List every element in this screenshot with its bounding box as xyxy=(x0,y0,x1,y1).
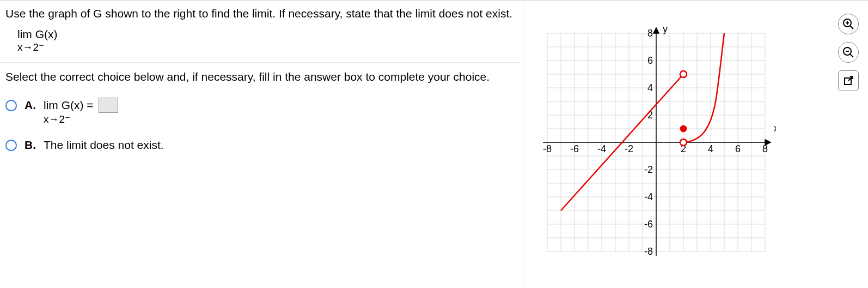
choice-a-lim-sub: x→2⁻ xyxy=(44,113,118,125)
svg-text:-6: -6 xyxy=(644,219,653,230)
limit-top: lim G(x) xyxy=(17,28,57,41)
svg-marker-35 xyxy=(653,28,659,33)
choice-a[interactable]: A. lim G(x) = x→2⁻ xyxy=(5,98,515,125)
zoom-out-icon xyxy=(842,46,854,58)
graph-svg: -8 -6 -4 -2 2 4 6 8 8 6 4 2 -2 -4 -6 -8 … xyxy=(536,22,776,262)
svg-text:8: 8 xyxy=(762,143,768,154)
zoom-out-button[interactable] xyxy=(838,42,859,63)
choice-b-text: The limit does not exist. xyxy=(44,137,164,152)
svg-line-57 xyxy=(850,54,853,57)
svg-text:-8: -8 xyxy=(543,143,552,154)
radio-b[interactable] xyxy=(5,140,17,151)
svg-text:8: 8 xyxy=(647,28,653,39)
question-text-block: Use the graph of G shown to the right to… xyxy=(0,1,520,63)
x-axis-label: x xyxy=(774,123,776,134)
question-prompt: Use the graph of G shown to the right to… xyxy=(5,7,515,20)
y-axis-label: y xyxy=(663,23,668,34)
limit-sub: x→2⁻ xyxy=(17,41,57,53)
svg-text:4: 4 xyxy=(708,143,713,154)
popout-icon xyxy=(843,75,854,86)
right-pane: -8 -6 -4 -2 2 4 6 8 8 6 4 2 -2 -4 -6 -8 … xyxy=(523,1,868,288)
axes xyxy=(543,28,771,256)
x-tick-labels: -8 -6 -4 -2 2 4 6 8 xyxy=(543,143,768,154)
answer-input-a[interactable] xyxy=(99,98,118,113)
radio-a[interactable] xyxy=(5,100,17,111)
zoom-in-icon xyxy=(842,18,854,30)
choice-b-label: B. xyxy=(25,137,36,152)
svg-text:6: 6 xyxy=(735,143,741,154)
choice-list: A. lim G(x) = x→2⁻ B. The limit does not… xyxy=(0,83,520,152)
svg-text:-6: -6 xyxy=(570,143,579,154)
question-page: Use the graph of G shown to the right to… xyxy=(0,0,868,288)
left-pane: Use the graph of G shown to the right to… xyxy=(0,1,520,164)
svg-text:-8: -8 xyxy=(644,246,653,257)
svg-text:-2: -2 xyxy=(625,143,633,154)
choice-a-content: lim G(x) = x→2⁻ xyxy=(44,98,118,125)
open-point-right xyxy=(680,139,687,146)
svg-text:-4: -4 xyxy=(644,191,653,202)
svg-text:-2: -2 xyxy=(644,164,653,175)
svg-text:6: 6 xyxy=(647,55,653,66)
choice-a-label: A. xyxy=(25,98,36,112)
svg-text:4: 4 xyxy=(647,82,653,93)
popout-button[interactable] xyxy=(838,70,859,91)
svg-text:-4: -4 xyxy=(597,143,606,154)
limit-expression: lim G(x) x→2⁻ xyxy=(5,20,515,53)
choice-prompt: Select the correct choice below and, if … xyxy=(0,63,520,83)
open-point-left xyxy=(680,71,687,77)
graph-tools xyxy=(838,14,859,99)
zoom-in-button[interactable] xyxy=(838,14,859,34)
svg-line-53 xyxy=(850,26,853,29)
choice-a-lim-top: lim G(x) = xyxy=(44,99,94,111)
choice-b[interactable]: B. The limit does not exist. xyxy=(5,137,515,152)
solid-point xyxy=(680,125,687,132)
